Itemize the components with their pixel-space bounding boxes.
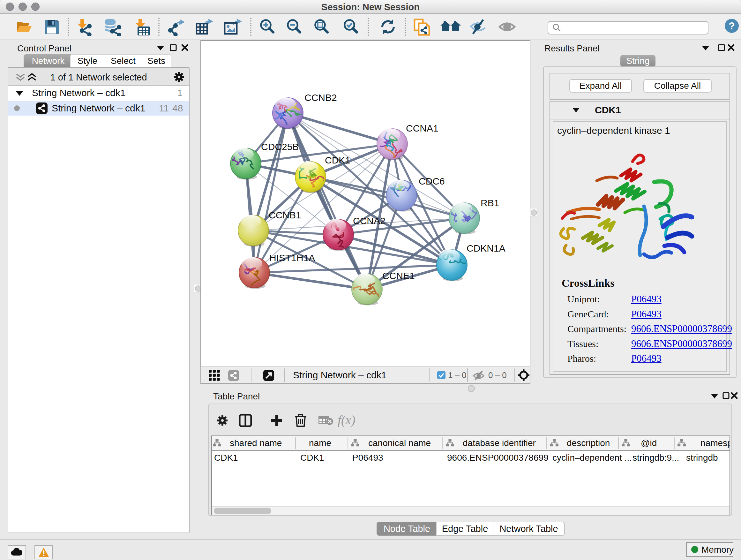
svg-text:CCNA1: CCNA1: [406, 123, 439, 133]
svg-text:?: ?: [729, 20, 735, 32]
svg-text:CCNA2: CCNA2: [353, 215, 386, 226]
svg-text:CCNE1: CCNE1: [382, 270, 415, 281]
svg-text:CCNB1: CCNB1: [269, 210, 301, 220]
svg-text:CDK1: CDK1: [325, 155, 350, 165]
svg-text:CDC25B: CDC25B: [261, 141, 299, 152]
svg-text:CDC6: CDC6: [419, 176, 445, 186]
svg-text:HIST1H1A: HIST1H1A: [269, 253, 315, 263]
svg-text:CCNB2: CCNB2: [305, 92, 337, 103]
svg-text:RB1: RB1: [481, 198, 499, 208]
svg-text:CDKN1A: CDKN1A: [467, 243, 506, 253]
